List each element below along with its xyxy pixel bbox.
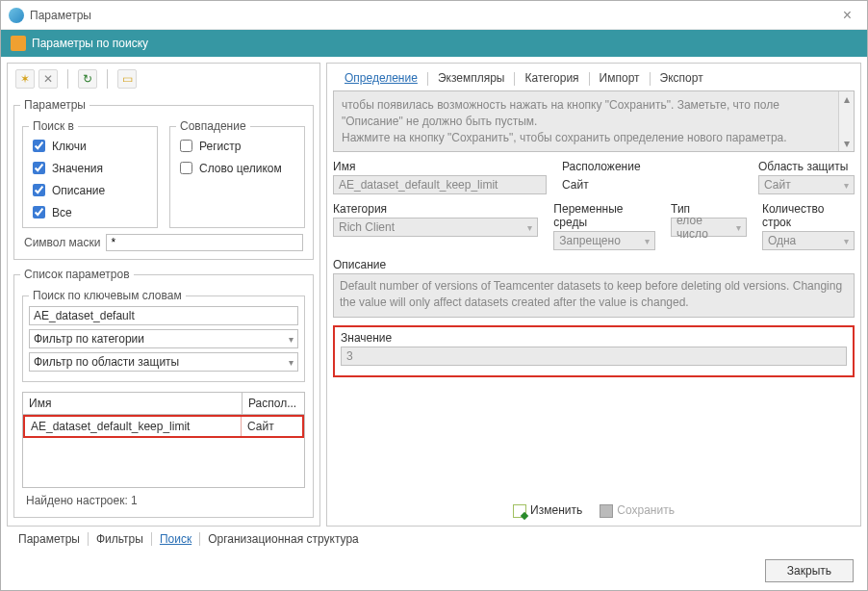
- tab-instances[interactable]: Экземпляры: [428, 69, 515, 89]
- keyword-group: Поиск по ключевым словам Фильтр по катег…: [22, 289, 305, 382]
- check-case[interactable]: Регистр: [176, 137, 298, 155]
- right-panel: Определение Экземпляры Категория Импорт …: [326, 63, 861, 527]
- btab-search[interactable]: Поиск: [152, 530, 199, 548]
- check-whole-label: Слово целиком: [199, 162, 282, 175]
- close-button[interactable]: Закрыть: [765, 559, 854, 582]
- bottom-tabs: Параметры Фильтры Поиск Организационная …: [1, 527, 867, 552]
- category-label: Категория: [333, 202, 538, 216]
- scope-label: Область защиты: [758, 160, 855, 173]
- check-keys[interactable]: Ключи: [29, 137, 87, 155]
- btab-params[interactable]: Параметры: [11, 530, 88, 548]
- window-root: Параметры × Параметры по поиску Параметр…: [0, 0, 868, 591]
- type-value: елое число: [677, 214, 736, 241]
- cell-loc: Сайт: [241, 417, 302, 436]
- keyword-input[interactable]: [29, 306, 298, 325]
- col-name[interactable]: Имя: [23, 393, 243, 414]
- category-field[interactable]: Rich Client▾: [333, 218, 538, 237]
- doc-icon[interactable]: [117, 69, 137, 89]
- tab-definition[interactable]: Определение: [335, 69, 427, 89]
- right-actions: Изменить Сохранить: [331, 498, 856, 522]
- chevron-down-icon: ▾: [645, 236, 650, 246]
- env-value: Запрещено: [559, 234, 620, 247]
- check-desc-label: Описание: [52, 184, 105, 197]
- value-label: Значение: [341, 331, 847, 345]
- check-all[interactable]: Все: [29, 203, 72, 221]
- filter-scope-label: Фильтр по области защиты: [34, 355, 179, 369]
- env-field[interactable]: Запрещено▾: [553, 231, 655, 250]
- new-icon[interactable]: [15, 69, 35, 89]
- app-icon: [9, 8, 24, 23]
- info-scrollbar[interactable]: ▴▾: [838, 91, 854, 151]
- search-in-legend: Поиск в: [29, 119, 78, 133]
- chevron-down-icon: ▾: [527, 222, 532, 233]
- env-label: Переменные среды: [553, 202, 655, 229]
- scope-field[interactable]: Сайт▾: [758, 175, 855, 194]
- tab-category[interactable]: Категория: [515, 69, 588, 89]
- params-legend: Параметры: [20, 98, 89, 112]
- edit-button[interactable]: Изменить: [513, 503, 582, 518]
- check-all-label: Все: [52, 206, 72, 219]
- check-whole[interactable]: Слово целиком: [176, 159, 298, 177]
- chevron-down-icon: ▾: [844, 180, 849, 191]
- filter-scope-select[interactable]: Фильтр по области защиты▾: [29, 352, 298, 372]
- subtitle-text: Параметры по поиску: [32, 37, 148, 50]
- save-label: Сохранить: [617, 503, 675, 517]
- refresh-icon[interactable]: [78, 69, 97, 89]
- info-line1: чтобы появилась возможность нажать на кн…: [342, 97, 829, 130]
- value-group: Значение 3: [333, 325, 855, 377]
- param-table: Имя Распол... AE_dataset_default_keep_li…: [22, 392, 305, 488]
- btab-org[interactable]: Организационная структура: [200, 530, 367, 548]
- category-value: Rich Client: [339, 220, 395, 234]
- rows-label: Количество строк: [762, 202, 855, 229]
- tab-export[interactable]: Экспорт: [651, 69, 713, 89]
- save-icon: [600, 504, 613, 518]
- check-desc[interactable]: Описание: [29, 181, 105, 199]
- tab-import[interactable]: Импорт: [590, 69, 650, 89]
- close-icon[interactable]: ×: [835, 7, 859, 24]
- mask-label: Символ маски: [24, 236, 100, 249]
- rows-field[interactable]: Одна▾: [762, 231, 855, 250]
- keyword-legend: Поиск по ключевым словам: [29, 289, 186, 302]
- filter-category-label: Фильтр по категории: [34, 332, 144, 346]
- footer: Закрыть: [1, 552, 867, 590]
- search-param-icon: [11, 36, 26, 51]
- chevron-down-icon: ▾: [736, 222, 741, 233]
- chevron-down-icon: ▾: [844, 236, 849, 246]
- subtitle-bar: Параметры по поиску: [1, 30, 867, 57]
- table-row[interactable]: AE_dataset_default_keep_limit Сайт: [23, 415, 304, 438]
- match-group: Совпадение Регистр Слово целиком: [169, 119, 305, 228]
- chevron-down-icon: ▾: [289, 334, 294, 345]
- info-line2: Нажмите на кнопку "Сохранить", чтобы сох…: [342, 130, 829, 146]
- name-field: AE_dataset_default_keep_limit: [333, 175, 547, 194]
- edit-label: Изменить: [530, 503, 582, 517]
- search-in-group: Поиск в Ключи Значения Описание Все: [22, 119, 158, 228]
- name-value: AE_dataset_default_keep_limit: [339, 178, 498, 192]
- type-field[interactable]: елое число▾: [671, 218, 747, 237]
- delete-icon[interactable]: [38, 69, 58, 89]
- cell-name: AE_dataset_default_keep_limit: [25, 417, 241, 436]
- chevron-down-icon: ▾: [289, 357, 294, 368]
- left-panel: Параметры Поиск в Ключи Значения Описани…: [7, 63, 320, 527]
- col-location[interactable]: Распол...: [243, 393, 304, 414]
- param-list-group: Список параметров Поиск по ключевым слов…: [13, 268, 314, 518]
- left-toolbar: [12, 67, 316, 94]
- scope-value: Сайт: [764, 178, 791, 192]
- found-label: Найдено настроек: 1: [20, 490, 307, 511]
- check-case-label: Регистр: [199, 140, 241, 153]
- check-values-label: Значения: [52, 162, 103, 175]
- name-label: Имя: [333, 160, 547, 173]
- right-tabs: Определение Экземпляры Категория Импорт …: [331, 67, 856, 90]
- save-button: Сохранить: [600, 503, 675, 518]
- window-title: Параметры: [30, 9, 91, 22]
- filter-category-select[interactable]: Фильтр по категории▾: [29, 329, 298, 348]
- desc-label: Описание: [333, 258, 386, 271]
- check-values[interactable]: Значения: [29, 159, 103, 177]
- info-box: чтобы появилась возможность нажать на кн…: [333, 90, 855, 152]
- btab-filters[interactable]: Фильтры: [89, 530, 151, 548]
- titlebar: Параметры ×: [1, 1, 867, 30]
- mask-input[interactable]: [106, 234, 303, 251]
- rows-value: Одна: [768, 234, 796, 247]
- match-legend: Совпадение: [176, 119, 250, 133]
- param-table-header: Имя Распол...: [23, 393, 304, 415]
- edit-icon: [513, 504, 526, 518]
